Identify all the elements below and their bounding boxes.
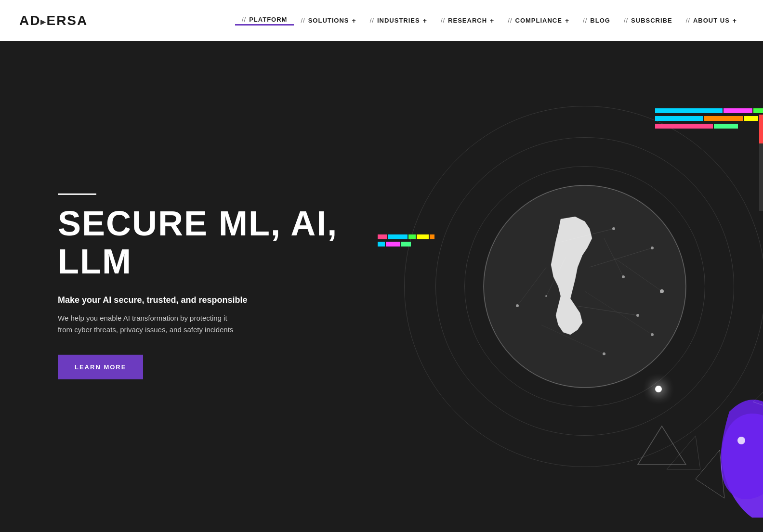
main-header: AD▸ERSA //PLATFORM //SOLUTIONS+ //INDUST… [0,0,763,41]
hero-subtitle: Make your AI secure, trusted, and respon… [58,295,347,305]
main-nav: //PLATFORM //SOLUTIONS+ //INDUSTRIES+ //… [235,16,744,26]
svg-point-11 [651,247,654,249]
logo-text: AD▸ERSA [19,13,88,28]
data-visualization-bars [655,108,763,129]
svg-point-15 [516,304,519,307]
nav-item-industries[interactable]: //INDUSTRIES+ [363,17,434,25]
svg-point-0 [484,185,686,388]
svg-point-10 [612,227,615,230]
glow-node [655,386,662,392]
nav-item-compliance[interactable]: //COMPLIANCE+ [501,17,576,25]
nav-item-solutions[interactable]: //SOLUTIONS+ [294,17,363,25]
svg-point-14 [660,289,664,293]
svg-point-18 [545,295,547,297]
learn-more-button[interactable]: LEARN MORE [58,355,143,379]
svg-point-12 [636,314,639,317]
hero-description: We help you enable AI transformation by … [58,312,241,336]
nav-item-subscribe[interactable]: //SUBSCRIBE [617,17,679,24]
triangle-decorations [618,407,715,479]
data-visualization-bars-left [378,234,434,247]
nav-item-about[interactable]: //ABOUT US+ [679,17,744,25]
svg-point-16 [651,333,654,336]
hero-content: SECURE ML, AI, LLM Make your AI secure, … [58,194,347,379]
nav-item-platform[interactable]: //PLATFORM [235,16,294,26]
nav-item-research[interactable]: //RESEARCH+ [434,17,501,25]
scroll-indicator[interactable] [759,115,763,211]
svg-point-17 [603,352,605,355]
scroll-bar-thumb [759,115,763,143]
hero-section: SECURE ML, AI, LLM Make your AI secure, … [0,41,763,532]
hero-decorative-line [58,194,96,195]
hero-visual [368,70,763,503]
svg-marker-24 [638,426,686,465]
svg-point-21 [737,437,745,444]
nav-item-blog[interactable]: //BLOG [576,17,617,24]
logo[interactable]: AD▸ERSA [19,13,88,28]
svg-point-13 [622,275,625,278]
hero-title: SECURE ML, AI, LLM [58,205,347,281]
